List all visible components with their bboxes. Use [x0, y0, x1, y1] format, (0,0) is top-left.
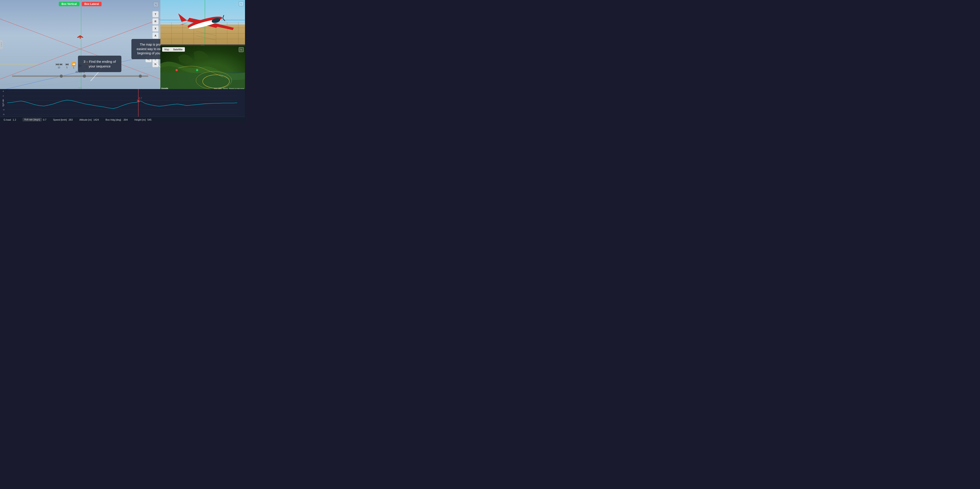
map-terms-link[interactable]: Terms: [223, 87, 228, 89]
svg-marker-38: [178, 13, 187, 22]
time-display: 20:23.72: [75, 71, 85, 73]
left-drag-handle[interactable]: [0, 40, 3, 49]
axis-plus-x[interactable]: +X: [145, 42, 152, 49]
axis-minus-x[interactable]: X: [152, 42, 159, 49]
box-lateral-badge: Box Lateral: [82, 2, 102, 6]
svg-text:0.7: 0.7: [139, 97, 142, 100]
status-height: Height [m] 545: [135, 118, 152, 121]
playback-controls: ⏮⏮ 10 ⏮ 5 ⏪ 1 ▶ ⏩ 1: [0, 62, 161, 77]
svg-point-16: [79, 88, 79, 88]
right-panel: ⤡: [161, 0, 245, 89]
axis-controls: +X X +Y Y +Z Z: [145, 42, 159, 62]
status-rollrate: Roll-rate [deg/s] 0.7: [23, 118, 46, 121]
svg-point-8: [1, 43, 2, 43]
status-altitude: Altitude [m] 1424: [79, 118, 99, 121]
map-tab-map[interactable]: Map: [164, 48, 170, 51]
status-boxhdg: Box Hdg [deg] -304: [106, 118, 128, 121]
viewport-expand-button[interactable]: ⤡: [153, 2, 159, 7]
rewind-1-button[interactable]: ⏪ 1: [72, 62, 76, 69]
svg-rect-13: [79, 37, 81, 37]
svg-marker-36: [217, 24, 234, 30]
viewport-3d: Box Vertical Box Lateral ⤡ T R: [0, 0, 161, 89]
forward-5-button[interactable]: ⏭ 5: [92, 62, 95, 69]
roll-rate-chart: Roll-rate 4 2 0 -2 -4 -6: [0, 89, 245, 117]
svg-line-42: [223, 18, 225, 21]
timeline-track[interactable]: [12, 75, 148, 77]
svg-point-45: [204, 45, 204, 46]
svg-point-17: [80, 88, 81, 88]
model-view: ⤡: [161, 0, 245, 44]
play-button[interactable]: ▶: [79, 63, 82, 68]
map-error-link[interactable]: Report a map error: [229, 87, 244, 89]
status-speed: Speed [kmh] 283: [53, 118, 73, 121]
svg-point-18: [81, 88, 82, 88]
box-vertical-badge: Box Vertical: [59, 2, 80, 6]
viewport-top-bar: Box Vertical Box Lateral: [0, 0, 161, 8]
status-height-value: 545: [148, 118, 151, 121]
google-logo: Google: [161, 87, 168, 89]
timeline-thumb-current[interactable]: [83, 75, 86, 78]
axis-minus-y[interactable]: Y: [152, 49, 159, 56]
axis-plus-y[interactable]: +Y: [145, 49, 152, 56]
svg-point-44: [202, 45, 203, 46]
axis-plus-z[interactable]: +Z: [145, 56, 152, 62]
ctrl-t-button[interactable]: T: [152, 11, 159, 17]
map-footer: Map Data Terms Report a map error: [214, 87, 244, 89]
status-boxhdg-value: -304: [123, 118, 128, 121]
status-rollrate-value: Roll-rate [deg/s]: [23, 118, 41, 121]
chart-y-label: Roll-rate: [2, 99, 4, 106]
status-altitude-label: Altitude [m]: [79, 118, 92, 121]
status-rollrate-num: 0.7: [43, 118, 46, 121]
plane-3d-model: [172, 7, 238, 40]
map-tab-satellite[interactable]: Satellite: [172, 48, 183, 51]
ctrl-a-button[interactable]: A: [152, 32, 159, 39]
map-data-link[interactable]: Map Data: [214, 87, 222, 89]
map-view: Map Satellite ⤡ Google Map Data Terms Re…: [161, 46, 245, 89]
axis-minus-z[interactable]: Z: [152, 56, 159, 62]
status-height-label: Height [m]: [135, 118, 146, 121]
ctrl-x-button[interactable]: X: [152, 25, 159, 32]
bottom-resize-handle[interactable]: [76, 87, 84, 89]
status-gload-value: 1.2: [13, 118, 16, 121]
rewind-10-button[interactable]: ⏮⏮ 10: [56, 62, 63, 69]
ctrl-r-button[interactable]: R: [152, 18, 159, 24]
status-altitude-value: 1424: [93, 118, 99, 121]
forward-1-button[interactable]: ⏩ 1: [84, 62, 89, 69]
svg-marker-39: [179, 23, 188, 25]
svg-line-41: [223, 15, 224, 18]
forward-10-button[interactable]: ⏭⏭ 10: [98, 62, 105, 69]
status-gload-label: G-load: [3, 118, 11, 121]
status-gload: G-load 1.2: [3, 118, 16, 121]
svg-point-43: [201, 45, 202, 46]
timeline-thumb-end[interactable]: [139, 75, 142, 78]
status-speed-value: 283: [68, 118, 73, 121]
map-expand-button[interactable]: ⤡: [239, 47, 243, 52]
svg-point-9: [1, 44, 2, 45]
status-boxhdg-label: Box Hdg [deg]: [106, 118, 121, 121]
model-view-expand-button[interactable]: ⤡: [239, 2, 243, 6]
map-dot-green: [196, 69, 198, 71]
svg-point-10: [1, 46, 2, 46]
rewind-5-button[interactable]: ⏮ 5: [65, 62, 69, 69]
timeline-thumb-start[interactable]: [60, 75, 63, 78]
status-speed-label: Speed [kmh]: [53, 118, 67, 121]
status-bar: G-load 1.2 Roll-rate [deg/s] 0.7 Speed […: [0, 117, 245, 122]
map-tab-bar: Map Satellite: [162, 47, 185, 52]
